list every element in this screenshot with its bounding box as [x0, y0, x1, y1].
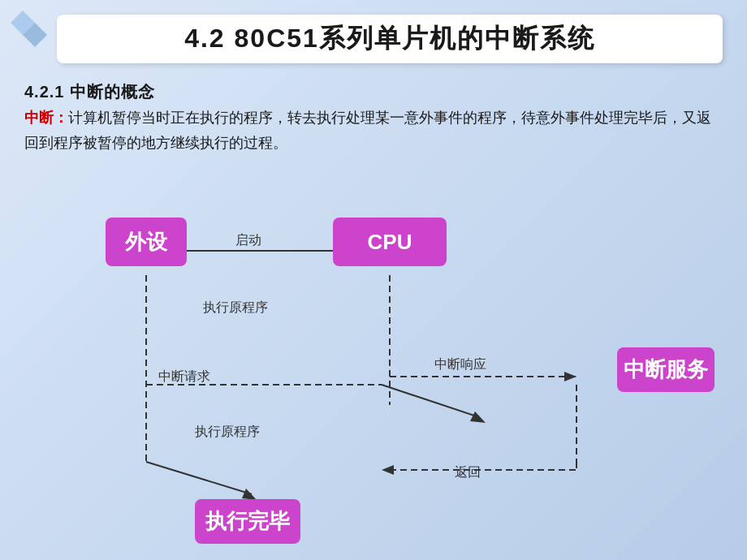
main-paragraph: 中断：计算机暂停当时正在执行的程序，转去执行处理某一意外事件的程序，待意外事件处…: [24, 106, 723, 155]
box-finish: 执行完毕: [195, 499, 300, 544]
svg-text:中断响应: 中断响应: [434, 357, 486, 371]
svg-text:执行原程序: 执行原程序: [195, 424, 260, 438]
svg-text:执行原程序: 执行原程序: [203, 300, 268, 314]
svg-line-20: [146, 462, 252, 494]
highlight-keyword: 中断：: [24, 110, 68, 126]
box-cpu: CPU: [333, 218, 447, 266]
svg-marker-15: [564, 372, 576, 381]
section-heading: 4.2.1 中断的概念: [24, 81, 155, 103]
decorative-diamonds: [6, 6, 55, 55]
box-waishé: 外设: [106, 218, 187, 266]
interrupt-diagram: 启动 执行原程序 中断请求 中断响应 执行原程序 返回 外设: [24, 218, 723, 544]
svg-text:返回: 返回: [455, 465, 481, 479]
svg-text:启动: 启动: [235, 233, 261, 247]
description-body: 计算机暂停当时正在执行的程序，转去执行处理某一意外事件的程序，待意外事件处理完毕…: [24, 110, 711, 151]
page-title: 4.2 80C51系列单片机的中断系统: [184, 24, 595, 53]
title-bar: 4.2 80C51系列单片机的中断系统: [57, 15, 723, 63]
svg-text:中断请求: 中断请求: [158, 369, 210, 383]
svg-marker-11: [470, 411, 486, 423]
box-interrupt-service: 中断服务: [617, 347, 715, 392]
svg-line-10: [382, 385, 479, 417]
svg-marker-21: [242, 489, 257, 500]
svg-marker-19: [382, 465, 394, 475]
